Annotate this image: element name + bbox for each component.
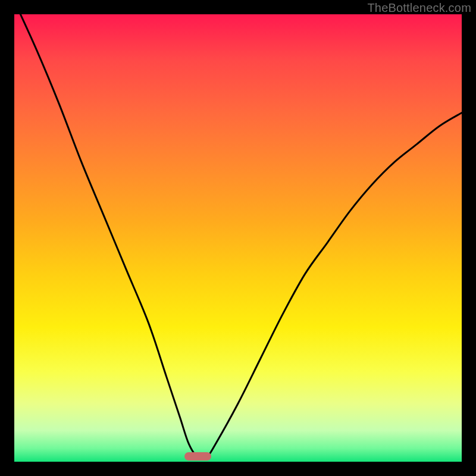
plot-area: [14, 14, 462, 462]
watermark-text: TheBottleneck.com: [367, 1, 471, 15]
optimal-range-marker: [184, 452, 211, 461]
chart-frame: TheBottleneck.com: [0, 0, 476, 476]
curve-svg: [14, 14, 462, 462]
bottleneck-curve: [14, 1, 462, 459]
